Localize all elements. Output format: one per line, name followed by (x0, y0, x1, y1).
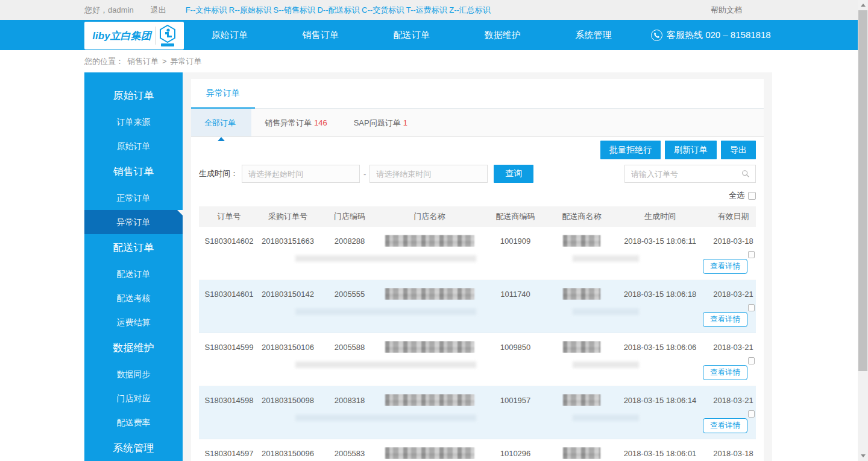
sidebar-item[interactable]: 订单来源 (84, 110, 183, 134)
table-header-cell: 订单号 (199, 211, 259, 222)
logout-link[interactable]: 退出 (151, 5, 166, 16)
sidebar-item[interactable]: 配送考核 (84, 286, 183, 310)
cell-created-time: 2018-03-15 18:06:01 (609, 449, 711, 458)
help-doc-link[interactable]: 帮助文档 (711, 5, 742, 16)
end-date-field[interactable] (370, 165, 488, 183)
redacted-detail-strip (573, 361, 639, 368)
table-row: S1803014598 201803150098 2008318 1001957… (199, 386, 756, 439)
date-range-dash: - (363, 170, 366, 179)
sidebar-item[interactable]: 异常订单 (84, 210, 183, 234)
view-detail-button[interactable]: 查看详情 (703, 259, 747, 274)
sidebar-item[interactable]: 正常订单 (84, 186, 183, 210)
view-detail-button[interactable]: 查看详情 (703, 418, 747, 433)
cell-distributor-code: 1001957 (476, 396, 555, 405)
cell-order-no: S1803014598 (199, 396, 259, 405)
nav-menu-item[interactable]: 销售订单 (275, 20, 366, 50)
scrollbar-up-arrow[interactable] (858, 0, 868, 10)
redacted-detail-strip (295, 308, 476, 315)
sidebar-item[interactable]: 运费结算 (84, 310, 183, 334)
cell-distributor-name-redacted (563, 288, 600, 300)
cell-po-no: 201803150098 (259, 396, 316, 405)
view-detail-button[interactable]: 查看详情 (703, 312, 747, 327)
end-date-input[interactable] (376, 170, 482, 179)
flag-legend: F--文件标识 R--原始标识 S--销售标识 D--配送标识 C--交货标识 … (186, 5, 491, 16)
cell-valid-date: 2018-03-18 (711, 237, 755, 246)
sidebar-item[interactable]: 原始订单 (84, 82, 183, 110)
cell-created-time: 2018-03-15 18:06:18 (609, 290, 711, 299)
action-toolbar: 批量拒绝行 刷新订单 导出 (191, 137, 764, 164)
orders-panel: 异常订单 全部订单 销售异常订单146 SAP问题订单1 (191, 79, 764, 461)
cell-store-code: 2005555 (316, 290, 383, 299)
brand-logo[interactable]: liby立白集团 (84, 22, 184, 49)
row-checkbox[interactable] (748, 357, 755, 364)
sidebar-item[interactable]: 原始订单 (84, 134, 183, 158)
scrollbar-thumb[interactable] (858, 10, 867, 371)
hexagon-person-icon (159, 25, 176, 46)
breadcrumb-prefix: 您的位置： (84, 56, 124, 67)
cell-distributor-name-redacted (563, 447, 600, 459)
breadcrumb-separator: > (162, 57, 167, 66)
cell-created-time: 2018-03-15 18:06:11 (609, 237, 711, 246)
breadcrumb-parent[interactable]: 销售订单 (127, 56, 159, 67)
cell-po-no: 201803150106 (259, 343, 316, 352)
subtab-count-badge: 146 (314, 118, 327, 127)
toolbar-action-button[interactable]: 导出 (721, 141, 756, 159)
order-search-field[interactable] (624, 165, 756, 183)
select-all-checkbox[interactable] (748, 192, 756, 200)
toolbar-action-button[interactable]: 批量拒绝行 (600, 141, 661, 159)
sidebar-item[interactable]: 数据维护 (84, 334, 183, 362)
subtab-bar: 全部订单 销售异常订单146 SAP问题订单1 (191, 109, 764, 137)
nav-menu-item[interactable]: 数据维护 (457, 20, 548, 50)
select-all-label: 全选 (729, 190, 744, 201)
order-search-input[interactable] (631, 170, 741, 179)
sidebar-item[interactable]: 配送费率 (84, 410, 183, 434)
nav-menu-item[interactable]: 系统管理 (548, 20, 639, 50)
subtab[interactable]: SAP问题订单1 (341, 109, 421, 136)
cell-created-time: 2018-03-15 18:06:14 (609, 396, 711, 405)
query-button[interactable]: 查询 (494, 165, 533, 183)
row-checkbox[interactable] (748, 410, 755, 418)
sidebar-item[interactable]: 系统管理 (84, 434, 183, 461)
sidebar-item[interactable]: 配送订单 (84, 234, 183, 262)
tab-header: 异常订单 (191, 79, 764, 109)
table-row: S1803014597 201803150096 2005583 1010296… (199, 439, 756, 461)
cell-store-name-redacted (385, 394, 474, 406)
cell-distributor-name-redacted (563, 341, 600, 353)
cell-distributor-code: 1010296 (476, 449, 555, 458)
redacted-detail-strip (295, 361, 476, 368)
cell-valid-date: 2018-03-21 (711, 290, 755, 299)
redacted-detail-strip (573, 308, 639, 315)
cell-store-code: 2005588 (316, 343, 383, 352)
redacted-detail-strip (573, 415, 639, 421)
subtab[interactable]: 全部订单 (191, 109, 251, 136)
cell-valid-date: 2018-03-18 (711, 449, 755, 458)
row-checkbox[interactable] (748, 304, 755, 311)
subtab[interactable]: 销售异常订单146 (251, 109, 341, 136)
table-header-cell: 门店编码 (316, 211, 383, 222)
sidebar-item[interactable]: 门店对应 (84, 386, 183, 410)
scrollbar-down-arrow[interactable] (858, 451, 868, 461)
cell-store-code: 2008288 (316, 237, 383, 246)
nav-menu-item[interactable]: 原始订单 (184, 20, 275, 50)
sidebar-item[interactable]: 数据同步 (84, 362, 183, 386)
tab-abnormal-orders[interactable]: 异常订单 (191, 79, 255, 109)
table-header-cell: 配送商编码 (476, 211, 555, 222)
vertical-scrollbar[interactable] (858, 0, 868, 461)
start-date-field[interactable] (242, 165, 360, 183)
subtab-count-badge: 1 (403, 118, 407, 127)
start-date-input[interactable] (248, 170, 354, 179)
cell-valid-date: 2018-03-21 (711, 396, 755, 405)
nav-menu-item[interactable]: 配送订单 (366, 20, 457, 50)
row-checkbox[interactable] (748, 251, 755, 258)
logo-divider (155, 27, 156, 45)
search-icon (741, 170, 750, 178)
toolbar-action-button[interactable]: 刷新订单 (665, 141, 717, 159)
sidebar-item[interactable]: 销售订单 (84, 158, 183, 186)
table-header-cell: 采购订单号 (259, 211, 316, 222)
view-detail-button[interactable]: 查看详情 (703, 365, 747, 380)
redacted-detail-strip (573, 255, 639, 262)
cell-order-no: S1803014601 (199, 290, 259, 299)
sidebar-item[interactable]: 配送订单 (84, 262, 183, 286)
phone-icon (651, 30, 662, 41)
redacted-detail-strip (295, 415, 476, 421)
